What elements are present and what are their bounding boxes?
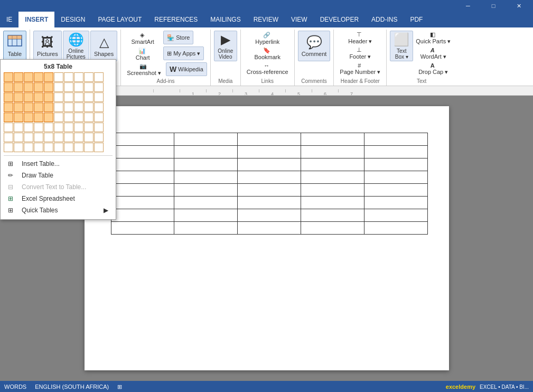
table-cell[interactable] bbox=[301, 197, 364, 209]
grid-cell[interactable] bbox=[54, 102, 63, 112]
grid-cell[interactable] bbox=[84, 133, 93, 142]
grid-cell[interactable] bbox=[64, 133, 73, 142]
grid-cell[interactable] bbox=[74, 133, 83, 142]
table-cell[interactable] bbox=[364, 171, 427, 184]
table-cell[interactable] bbox=[364, 184, 427, 197]
grid-cell[interactable] bbox=[54, 143, 63, 152]
smartart-button[interactable]: ◈ SmartArt bbox=[124, 31, 161, 45]
grid-cell[interactable] bbox=[34, 123, 43, 132]
grid-cell[interactable] bbox=[24, 113, 33, 122]
bookmark-button[interactable]: 🔖 Bookmark bbox=[244, 46, 291, 61]
wikipedia-button[interactable]: W Wikipedia bbox=[166, 62, 207, 76]
online-pictures-button[interactable]: 🌐 OnlinePictures bbox=[63, 31, 89, 61]
grid-cell[interactable] bbox=[14, 133, 23, 142]
grid-cell[interactable] bbox=[24, 133, 33, 142]
grid-cell[interactable] bbox=[34, 92, 43, 102]
footer-button[interactable]: ⊥ Footer ▾ bbox=[337, 46, 383, 61]
grid-cell[interactable] bbox=[64, 82, 73, 92]
page-number-button[interactable]: # Page Number ▾ bbox=[337, 61, 383, 76]
shapes-button[interactable]: △ Shapes bbox=[90, 31, 117, 61]
grid-cell[interactable] bbox=[24, 92, 33, 102]
grid-cell[interactable] bbox=[4, 123, 13, 132]
grid-cell[interactable] bbox=[44, 123, 53, 132]
grid-cell[interactable] bbox=[64, 92, 73, 102]
grid-cell[interactable] bbox=[64, 72, 73, 82]
table-cell[interactable] bbox=[301, 184, 364, 197]
grid-cell[interactable] bbox=[34, 143, 43, 152]
grid-cell[interactable] bbox=[24, 143, 33, 152]
draw-table-item[interactable]: ✏ Draw Table bbox=[4, 170, 113, 181]
grid-cell[interactable] bbox=[4, 92, 13, 102]
table-cell[interactable] bbox=[174, 209, 238, 222]
grid-cell[interactable] bbox=[74, 102, 83, 112]
textbox-button[interactable]: ⬜ TextBox ▾ bbox=[390, 31, 413, 61]
table-cell[interactable] bbox=[174, 184, 238, 197]
table-cell[interactable] bbox=[238, 184, 301, 197]
grid-cell[interactable] bbox=[4, 82, 13, 92]
grid-cell[interactable] bbox=[64, 123, 73, 132]
table-cell[interactable] bbox=[238, 146, 301, 158]
grid-cell[interactable] bbox=[94, 92, 104, 102]
table-cell[interactable] bbox=[111, 184, 174, 197]
quick-tables-item[interactable]: ⊞ Quick Tables ▶ bbox=[4, 204, 113, 216]
drop-cap-button[interactable]: A Drop Cap ▾ bbox=[413, 61, 453, 76]
tab-design[interactable]: DESIGN bbox=[54, 12, 91, 27]
grid-cell[interactable] bbox=[54, 92, 63, 102]
excel-spreadsheet-item[interactable]: ⊞ Excel Spreadsheet bbox=[4, 193, 113, 204]
table-cell[interactable] bbox=[301, 222, 364, 235]
table-cell[interactable] bbox=[238, 209, 301, 222]
minimize-button[interactable]: ─ bbox=[456, 0, 480, 12]
tab-ie[interactable]: IE bbox=[0, 12, 18, 27]
grid-cell[interactable] bbox=[84, 72, 93, 82]
grid-cell[interactable] bbox=[64, 143, 73, 152]
table-button[interactable]: Table bbox=[3, 31, 26, 61]
grid-cell[interactable] bbox=[4, 133, 13, 142]
grid-cell[interactable] bbox=[94, 82, 104, 92]
grid-cell[interactable] bbox=[4, 143, 13, 152]
grid-cell[interactable] bbox=[44, 92, 53, 102]
table-cell[interactable] bbox=[174, 222, 238, 235]
table-cell[interactable] bbox=[364, 133, 427, 146]
insert-table-item[interactable]: ⊞ Insert Table... bbox=[4, 158, 113, 170]
grid-cell[interactable] bbox=[74, 72, 83, 82]
tab-review[interactable]: REVIEW bbox=[247, 12, 285, 27]
table-cell[interactable] bbox=[301, 171, 364, 184]
grid-cell[interactable] bbox=[14, 82, 23, 92]
chart-button[interactable]: 📊 Chart bbox=[124, 46, 161, 61]
table-cell[interactable] bbox=[111, 158, 174, 171]
tab-references[interactable]: REFERENCES bbox=[148, 12, 204, 27]
table-cell[interactable] bbox=[111, 209, 174, 222]
grid-cell[interactable] bbox=[84, 123, 93, 132]
table-cell[interactable] bbox=[364, 222, 427, 235]
tab-add-ins[interactable]: ADD-INS bbox=[365, 12, 404, 27]
grid-cell[interactable] bbox=[44, 82, 53, 92]
tab-developer[interactable]: DEVELOPER bbox=[314, 12, 365, 27]
grid-cell[interactable] bbox=[74, 143, 83, 152]
grid-cell[interactable] bbox=[74, 82, 83, 92]
table-cell[interactable] bbox=[364, 197, 427, 209]
grid-cell[interactable] bbox=[14, 113, 23, 122]
grid-cell[interactable] bbox=[84, 143, 93, 152]
screenshot-button[interactable]: 📷 Screenshot ▾ bbox=[124, 62, 164, 77]
table-cell[interactable] bbox=[174, 158, 238, 171]
grid-cell[interactable] bbox=[4, 102, 13, 112]
table-cell[interactable] bbox=[111, 197, 174, 209]
tab-page-layout[interactable]: PAGE LAYOUT bbox=[91, 12, 148, 27]
online-video-button[interactable]: ▶ OnlineVideo bbox=[214, 31, 237, 61]
comment-button[interactable]: 💬 Comment bbox=[298, 31, 331, 61]
grid-cells[interactable] bbox=[4, 72, 113, 152]
grid-cell[interactable] bbox=[44, 143, 53, 152]
grid-cell[interactable] bbox=[74, 113, 83, 122]
hyperlink-button[interactable]: 🔗 Hyperlink bbox=[244, 31, 291, 45]
grid-cell[interactable] bbox=[34, 133, 43, 142]
table-cell[interactable] bbox=[174, 171, 238, 184]
table-cell[interactable] bbox=[301, 146, 364, 158]
grid-cell[interactable] bbox=[54, 123, 63, 132]
table-cell[interactable] bbox=[111, 146, 174, 158]
header-button[interactable]: ⊤ Header ▾ bbox=[337, 31, 383, 45]
grid-cell[interactable] bbox=[44, 72, 53, 82]
my-apps-button[interactable]: ⊞ My Apps ▾ bbox=[163, 46, 204, 60]
grid-cell[interactable] bbox=[44, 102, 53, 112]
table-cell[interactable] bbox=[238, 222, 301, 235]
grid-cell[interactable] bbox=[94, 102, 104, 112]
